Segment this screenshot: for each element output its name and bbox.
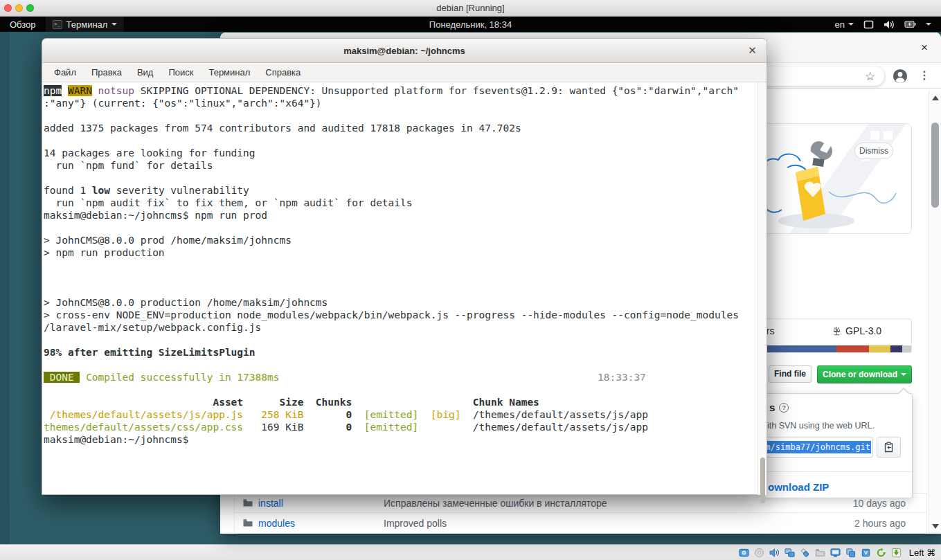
folder-icon	[243, 498, 253, 507]
terminal-scrollbar-thumb[interactable]	[760, 458, 765, 503]
terminal-title: maksim@debian: ~/johncms	[343, 46, 465, 56]
commit-age: 2 hours ago	[854, 518, 906, 529]
terminal-line	[44, 222, 755, 234]
scroll-down-arrow-icon[interactable]	[932, 524, 939, 529]
host-window-title: debian [Running]	[0, 0, 941, 17]
terminal-line: > cross-env NODE_ENV=production node_mod…	[44, 309, 755, 321]
profile-avatar[interactable]	[893, 69, 908, 84]
close-icon[interactable]: ✕	[745, 44, 760, 58]
display-icon	[830, 548, 841, 558]
menu-item[interactable]: Поиск	[161, 67, 201, 78]
terminal-line	[44, 359, 755, 371]
terminal-line: > JohnCMS@8.0.0 production /home/maksim/…	[44, 296, 755, 309]
windows-icon	[845, 548, 856, 558]
mascot-illustration	[747, 124, 912, 234]
terminal-line: found 1 low severity vulnerability	[44, 184, 755, 197]
app-menu-button[interactable]: >_ Терминал	[46, 17, 125, 32]
terminal-window: maksim@debian: ~/johncms ✕ ФайлПравкаВид…	[42, 38, 767, 495]
terminal-line: > npm run production	[44, 246, 755, 259]
language-segment	[869, 345, 891, 352]
terminal-line: maksim@debian:~/johncms$	[44, 433, 755, 446]
folder-icon	[243, 518, 253, 527]
license-label: GPL-3.0	[845, 325, 881, 336]
terminal-line: themes/default/assets/css/app.css 169 Ki…	[44, 421, 755, 433]
copy-to-clipboard-button[interactable]	[877, 437, 901, 458]
terminal-line: Asset Size Chunks Chunk Names	[44, 396, 755, 408]
screen-icon	[863, 20, 874, 29]
terminal-scrollbar[interactable]	[758, 82, 767, 495]
terminal-line	[44, 284, 755, 296]
terminal-line	[44, 109, 755, 122]
terminal-line	[44, 334, 755, 346]
caret-down-icon	[901, 373, 906, 376]
help-icon[interactable]: ?	[779, 403, 789, 413]
svg-text:V: V	[864, 550, 868, 556]
find-file-button[interactable]: Find file	[769, 365, 812, 383]
law-scales-icon	[832, 326, 842, 336]
chevron-down-icon	[111, 23, 117, 26]
terminal-line: 98% after emitting SizeLimitsPlugin	[44, 346, 755, 359]
page-scrollbar[interactable]	[929, 91, 941, 534]
app-menu-label: Терминал	[66, 19, 108, 30]
clone-url-input[interactable]: m/simba77/johncms.git	[762, 437, 873, 458]
activities-button[interactable]: Обзор	[0, 17, 46, 32]
clock[interactable]: Понедельник, 18:34	[0, 19, 941, 30]
language-segment	[902, 345, 911, 352]
menu-item[interactable]: Правка	[84, 67, 129, 78]
usb-icon	[800, 548, 810, 558]
clone-or-download-button[interactable]: Clone or download	[817, 365, 912, 383]
menu-item[interactable]: Терминал	[201, 67, 258, 78]
download-zip-link[interactable]: ownload ZIP	[768, 481, 829, 493]
gnome-top-bar: Обзор >_ Терминал Понедельник, 18:34 en	[0, 17, 941, 32]
battery-charging-icon[interactable]	[904, 20, 916, 28]
svn-hint-text: ith SVN using the web URL.	[767, 421, 875, 431]
language-segment	[836, 345, 869, 352]
table-row: modulesImproved polls2 hours ago	[234, 512, 927, 534]
terminal-titlebar[interactable]: maksim@debian: ~/johncms ✕	[42, 39, 767, 63]
terminal-menubar: ФайлПравкаВидПоискТерминалСправка	[42, 63, 767, 82]
vbox-status-bar: V Left ⌘	[0, 544, 941, 560]
menu-item[interactable]: Вид	[129, 67, 161, 78]
clone-popover: s ? ith SVN using the web URL. m/simba77…	[762, 393, 913, 498]
file-link[interactable]: install	[258, 498, 283, 509]
terminal-app-icon: >_	[53, 20, 62, 29]
notification-card: Dismiss	[746, 123, 912, 234]
license-stat[interactable]: GPL-3.0	[832, 325, 881, 336]
optical-disc-icon	[754, 548, 764, 558]
menu-item[interactable]: Справка	[258, 67, 308, 78]
terminal-line	[44, 271, 755, 284]
terminal-line	[44, 383, 755, 396]
scroll-up-arrow-icon[interactable]	[932, 96, 939, 100]
browser-menu-icon[interactable]: ⋮	[919, 69, 930, 82]
chevron-down-icon	[848, 23, 854, 26]
close-icon[interactable]: ×	[917, 41, 931, 55]
keyboard-capture-icon	[891, 548, 902, 558]
system-menu-chevron-icon[interactable]	[926, 23, 931, 26]
language-bar[interactable]	[747, 345, 911, 352]
terminal-line: added 1375 packages from 574 contributor…	[44, 122, 755, 134]
menu-item[interactable]: Файл	[46, 67, 84, 78]
keyboard-layout-indicator[interactable]: en	[835, 19, 854, 30]
volume-icon[interactable]	[884, 20, 895, 29]
clone-button-label: Clone or download	[823, 370, 897, 379]
terminal-line: DONE Compiled successfully in 17388ms18:…	[44, 371, 755, 383]
shared-folder-icon	[815, 548, 825, 558]
bookmark-star-icon[interactable]: ☆	[865, 69, 875, 84]
audio-icon	[769, 548, 780, 558]
language-segment	[890, 345, 902, 352]
commit-message[interactable]: Исправлены замеченные ошибки в инсталлят…	[384, 498, 607, 509]
harddisk-icon	[739, 548, 749, 558]
file-link[interactable]: modules	[258, 518, 295, 529]
terminal-line	[44, 259, 755, 271]
desktop-edge-strip	[0, 32, 10, 544]
terminal-output[interactable]: npm WARN notsup SKIPPING OPTIONAL DEPEND…	[42, 82, 767, 494]
scrollbar-thumb[interactable]	[931, 123, 939, 208]
popover-caret	[897, 388, 910, 394]
terminal-line: > JohnCMS@8.0.0 prod /home/maksim/johncm…	[44, 234, 755, 246]
terminal-line: maksim@debian:~/johncms$ npm run prod	[44, 209, 755, 222]
dismiss-button[interactable]: Dismiss	[854, 143, 893, 159]
popover-footer: ownload ZIP	[762, 471, 912, 499]
commit-message[interactable]: Improved polls	[384, 518, 447, 529]
terminal-line: run `npm audit fix` to fix them, or `npm…	[44, 197, 755, 209]
desktop: debian [Running] Обзор >_ Терминал Понед…	[0, 0, 941, 560]
